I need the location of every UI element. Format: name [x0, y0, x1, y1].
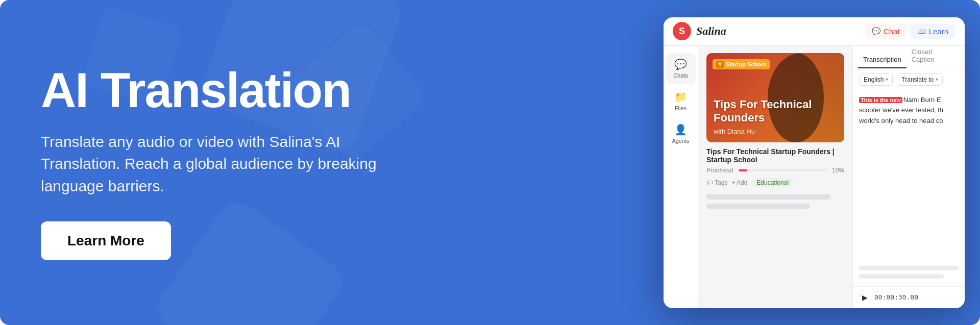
sidebar-item-files[interactable]: 📁 Files	[666, 86, 696, 116]
language-select[interactable]: English ▾	[859, 73, 893, 86]
app-topbar: S Salina 💬 Chat 📖 Learn	[664, 17, 965, 46]
tab-learn-label: Learn	[929, 27, 948, 36]
translate-select-arrow: ▾	[936, 77, 938, 82]
left-content: AI Translation Translate any audio or vi…	[0, 34, 429, 291]
video-title-line1: Tips For Technical Founders	[714, 98, 837, 125]
tab-learn[interactable]: 📖 Learn	[910, 24, 955, 39]
learn-tab-icon: 📖	[917, 27, 926, 35]
agents-icon: 👤	[674, 123, 687, 136]
video-subtitle: with Diana Hu	[714, 128, 837, 135]
transcription-panel: Transcription Closed Caption English ▾ T…	[852, 46, 965, 308]
new-highlight-badge: This is the new	[859, 97, 902, 103]
proofread-label: Proofread	[706, 167, 733, 174]
main-title: AI Translation	[41, 65, 388, 116]
educational-tag[interactable]: Educational	[751, 178, 794, 187]
video-info-row: Tips For Technical Startup Founders | St…	[706, 147, 844, 190]
logo-letter: S	[679, 26, 685, 37]
files-label: Files	[675, 105, 687, 111]
proofread-row: Proofread 10%	[706, 167, 844, 174]
proofread-bar-fill	[739, 169, 747, 171]
chats-label: Chats	[673, 72, 688, 79]
app-main: Y Startup School Tips For Technical Foun…	[698, 46, 852, 308]
subtitle: Translate any audio or video with Salina…	[41, 131, 388, 197]
tag-icon: 🏷	[706, 179, 713, 186]
tab-chat-label: Chat	[884, 27, 900, 36]
badge-text: Startup School	[726, 61, 766, 67]
trans-controls: English ▾ Translate to ▾	[853, 68, 965, 91]
lang-select-arrow: ▾	[886, 77, 888, 82]
transcription-text: This is the newNami Burn E scooter we've…	[853, 91, 965, 262]
timer-row: ▶ 00:00:30.00	[853, 286, 965, 308]
sidebar-item-chats[interactable]: 💬 Chats	[666, 53, 696, 84]
skeleton-line-2	[706, 204, 810, 209]
video-card-title: Tips For Technical Startup Founders | St…	[706, 147, 844, 164]
timer-display: 00:00:30.00	[874, 293, 918, 301]
video-thumbnail[interactable]: Y Startup School Tips For Technical Foun…	[706, 53, 844, 142]
translate-to-select[interactable]: Translate to ▾	[897, 73, 943, 86]
trans-sk-2	[859, 274, 944, 279]
add-tag-button[interactable]: + Add	[731, 179, 747, 186]
tags-label: 🏷 Tags	[706, 179, 727, 186]
skeleton-lines	[698, 190, 852, 217]
tab-closed-caption[interactable]: Closed Caption	[906, 46, 960, 68]
chat-tab-icon: 💬	[872, 27, 880, 35]
trans-sk-1	[859, 266, 959, 270]
y-logo: Y	[716, 61, 724, 68]
ycombinator-badge: Y Startup School	[713, 59, 770, 69]
app-mockup: S Salina 💬 Chat 📖 Learn 💬 Chats	[664, 17, 965, 308]
brand-name: Salina	[696, 24, 865, 38]
learn-more-button[interactable]: Learn More	[41, 221, 171, 260]
app-sidebar: 💬 Chats 📁 Files 👤 Agents	[664, 46, 698, 308]
proofread-pct: 10%	[832, 167, 844, 174]
video-card-area: Y Startup School Tips For Technical Foun…	[698, 46, 852, 190]
trans-skeleton	[853, 262, 965, 286]
video-badge: Y Startup School	[713, 59, 770, 69]
tab-transcription[interactable]: Transcription	[858, 52, 906, 68]
files-icon: 📁	[674, 91, 687, 103]
proofread-bar-bg	[739, 169, 827, 171]
tab-chat[interactable]: 💬 Chat	[865, 24, 907, 39]
app-logo: S	[673, 22, 691, 40]
play-button[interactable]: ▶	[859, 292, 870, 303]
skeleton-line-1	[706, 194, 830, 199]
agents-label: Agents	[672, 138, 689, 144]
transcription-tabs: Transcription Closed Caption	[853, 46, 965, 68]
tags-row: 🏷 Tags + Add Educational	[706, 178, 844, 187]
video-title-overlay: Tips For Technical Founders with Diana H…	[706, 92, 844, 142]
banner: AI Translation Translate any audio or vi…	[0, 0, 980, 325]
app-body: 💬 Chats 📁 Files 👤 Agents	[664, 46, 965, 308]
app-nav-tabs: 💬 Chat 📖 Learn	[865, 24, 955, 39]
chats-icon: 💬	[674, 58, 687, 70]
sidebar-item-agents[interactable]: 👤 Agents	[666, 118, 696, 149]
